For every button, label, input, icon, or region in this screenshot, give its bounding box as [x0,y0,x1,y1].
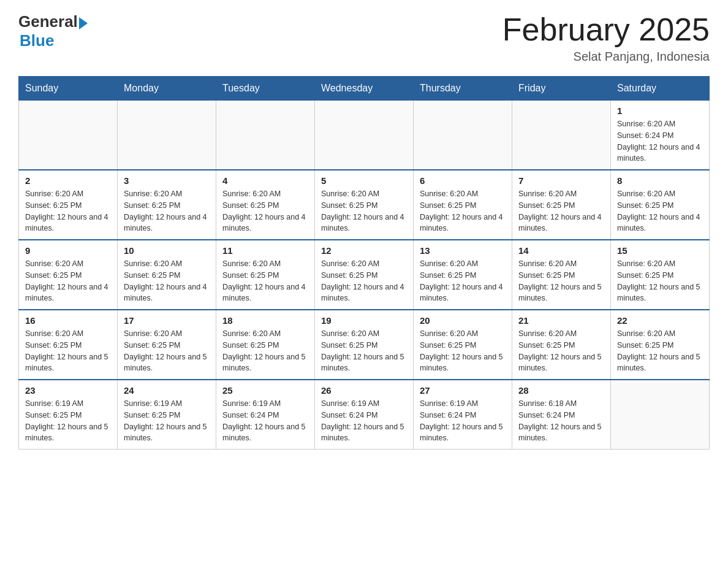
day-header-sunday: Sunday [19,77,118,101]
calendar-cell: 21Sunrise: 6:20 AMSunset: 6:25 PMDayligh… [512,310,611,380]
day-number: 18 [222,315,308,326]
calendar-cell: 12Sunrise: 6:20 AMSunset: 6:25 PMDayligh… [315,240,414,310]
day-info: Sunrise: 6:20 AMSunset: 6:25 PMDaylight:… [222,328,308,374]
day-number: 11 [222,245,308,256]
day-info: Sunrise: 6:19 AMSunset: 6:24 PMDaylight:… [321,398,407,444]
calendar-cell: 13Sunrise: 6:20 AMSunset: 6:25 PMDayligh… [414,240,512,310]
calendar-cell: 24Sunrise: 6:19 AMSunset: 6:25 PMDayligh… [118,380,216,450]
page-header: General Blue February 2025 Selat Panjang… [18,12,710,64]
calendar-cell [512,101,611,170]
day-header-saturday: Saturday [611,77,710,101]
day-info: Sunrise: 6:20 AMSunset: 6:25 PMDaylight:… [222,258,308,304]
calendar-cell [216,101,315,170]
day-header-wednesday: Wednesday [315,77,414,101]
day-number: 22 [617,315,703,326]
day-number: 19 [321,315,407,326]
day-info: Sunrise: 6:20 AMSunset: 6:25 PMDaylight:… [617,188,703,234]
calendar-cell: 11Sunrise: 6:20 AMSunset: 6:25 PMDayligh… [216,240,315,310]
day-info: Sunrise: 6:20 AMSunset: 6:25 PMDaylight:… [420,188,506,234]
calendar-cell: 23Sunrise: 6:19 AMSunset: 6:25 PMDayligh… [19,380,118,450]
day-number: 23 [25,385,111,396]
calendar-cell: 20Sunrise: 6:20 AMSunset: 6:25 PMDayligh… [414,310,512,380]
calendar-cell: 15Sunrise: 6:20 AMSunset: 6:25 PMDayligh… [611,240,710,310]
day-info: Sunrise: 6:20 AMSunset: 6:25 PMDaylight:… [518,328,604,374]
day-number: 27 [420,385,506,396]
day-info: Sunrise: 6:20 AMSunset: 6:25 PMDaylight:… [124,188,210,234]
day-info: Sunrise: 6:19 AMSunset: 6:25 PMDaylight:… [25,398,111,444]
calendar-cell: 7Sunrise: 6:20 AMSunset: 6:25 PMDaylight… [512,170,611,240]
day-number: 14 [518,245,604,256]
day-number: 6 [420,175,506,186]
location: Selat Panjang, Indonesia [502,50,710,64]
calendar-week-row: 16Sunrise: 6:20 AMSunset: 6:25 PMDayligh… [19,310,710,380]
day-header-monday: Monday [118,77,216,101]
calendar-cell: 14Sunrise: 6:20 AMSunset: 6:25 PMDayligh… [512,240,611,310]
day-info: Sunrise: 6:20 AMSunset: 6:25 PMDaylight:… [518,188,604,234]
day-info: Sunrise: 6:20 AMSunset: 6:25 PMDaylight:… [25,258,111,304]
day-number: 28 [518,385,604,396]
day-info: Sunrise: 6:20 AMSunset: 6:25 PMDaylight:… [124,328,210,374]
day-info: Sunrise: 6:20 AMSunset: 6:25 PMDaylight:… [321,328,407,374]
calendar-cell [315,101,414,170]
day-header-tuesday: Tuesday [216,77,315,101]
calendar-cell: 9Sunrise: 6:20 AMSunset: 6:25 PMDaylight… [19,240,118,310]
day-info: Sunrise: 6:20 AMSunset: 6:25 PMDaylight:… [25,188,111,234]
calendar-table: SundayMondayTuesdayWednesdayThursdayFrid… [18,76,710,450]
logo: General Blue [18,12,88,50]
day-info: Sunrise: 6:18 AMSunset: 6:24 PMDaylight:… [518,398,604,444]
logo-blue-text: Blue [20,31,54,50]
day-number: 12 [321,245,407,256]
calendar-cell [414,101,512,170]
calendar-week-row: 2Sunrise: 6:20 AMSunset: 6:25 PMDaylight… [19,170,710,240]
logo-arrow-icon [79,17,88,29]
day-number: 7 [518,175,604,186]
calendar-cell: 3Sunrise: 6:20 AMSunset: 6:25 PMDaylight… [118,170,216,240]
day-number: 15 [617,245,703,256]
calendar-cell: 17Sunrise: 6:20 AMSunset: 6:25 PMDayligh… [118,310,216,380]
calendar-cell: 6Sunrise: 6:20 AMSunset: 6:25 PMDaylight… [414,170,512,240]
calendar-cell: 26Sunrise: 6:19 AMSunset: 6:24 PMDayligh… [315,380,414,450]
logo-general-text: General [18,12,78,31]
day-number: 17 [124,315,210,326]
calendar-cell: 10Sunrise: 6:20 AMSunset: 6:25 PMDayligh… [118,240,216,310]
day-info: Sunrise: 6:19 AMSunset: 6:24 PMDaylight:… [222,398,308,444]
calendar-cell: 8Sunrise: 6:20 AMSunset: 6:25 PMDaylight… [611,170,710,240]
day-number: 5 [321,175,407,186]
day-number: 3 [124,175,210,186]
calendar-cell [611,380,710,450]
day-number: 16 [25,315,111,326]
day-info: Sunrise: 6:20 AMSunset: 6:25 PMDaylight:… [420,258,506,304]
day-info: Sunrise: 6:20 AMSunset: 6:25 PMDaylight:… [321,258,407,304]
calendar-cell: 1Sunrise: 6:20 AMSunset: 6:24 PMDaylight… [611,101,710,170]
day-info: Sunrise: 6:20 AMSunset: 6:25 PMDaylight:… [420,328,506,374]
day-info: Sunrise: 6:19 AMSunset: 6:25 PMDaylight:… [124,398,210,444]
calendar-cell: 28Sunrise: 6:18 AMSunset: 6:24 PMDayligh… [512,380,611,450]
title-block: February 2025 Selat Panjang, Indonesia [502,12,710,64]
day-number: 8 [617,175,703,186]
day-info: Sunrise: 6:20 AMSunset: 6:25 PMDaylight:… [321,188,407,234]
calendar-cell: 18Sunrise: 6:20 AMSunset: 6:25 PMDayligh… [216,310,315,380]
day-info: Sunrise: 6:20 AMSunset: 6:25 PMDaylight:… [25,328,111,374]
day-info: Sunrise: 6:20 AMSunset: 6:25 PMDaylight:… [222,188,308,234]
month-title: February 2025 [502,12,710,47]
day-number: 25 [222,385,308,396]
calendar-cell: 2Sunrise: 6:20 AMSunset: 6:25 PMDaylight… [19,170,118,240]
calendar-cell: 27Sunrise: 6:19 AMSunset: 6:24 PMDayligh… [414,380,512,450]
day-info: Sunrise: 6:20 AMSunset: 6:25 PMDaylight:… [617,258,703,304]
day-number: 13 [420,245,506,256]
day-info: Sunrise: 6:20 AMSunset: 6:25 PMDaylight:… [124,258,210,304]
calendar-cell: 19Sunrise: 6:20 AMSunset: 6:25 PMDayligh… [315,310,414,380]
day-info: Sunrise: 6:20 AMSunset: 6:25 PMDaylight:… [617,328,703,374]
calendar-cell [19,101,118,170]
day-info: Sunrise: 6:19 AMSunset: 6:24 PMDaylight:… [420,398,506,444]
day-info: Sunrise: 6:20 AMSunset: 6:25 PMDaylight:… [518,258,604,304]
day-number: 26 [321,385,407,396]
day-number: 21 [518,315,604,326]
day-number: 9 [25,245,111,256]
calendar-cell: 4Sunrise: 6:20 AMSunset: 6:25 PMDaylight… [216,170,315,240]
day-number: 1 [617,105,703,116]
calendar-week-row: 9Sunrise: 6:20 AMSunset: 6:25 PMDaylight… [19,240,710,310]
day-number: 4 [222,175,308,186]
calendar-week-row: 23Sunrise: 6:19 AMSunset: 6:25 PMDayligh… [19,380,710,450]
day-number: 24 [124,385,210,396]
